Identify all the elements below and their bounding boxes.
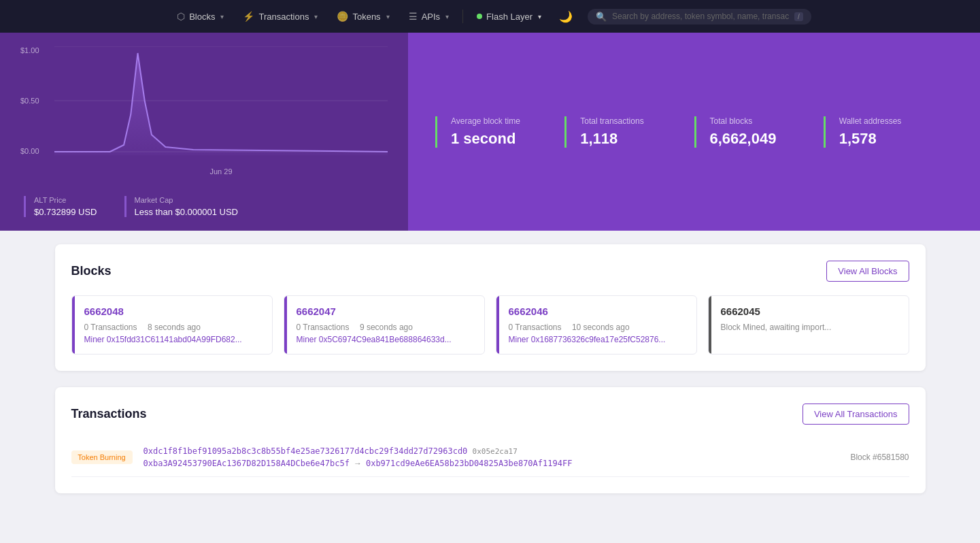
nav-items: ⬡ Blocks ▾ ⚡ Transactions ▾ 🪙 Tokens ▾ ☰… <box>169 6 811 27</box>
chart-y-label-2: $0.50 <box>20 97 39 105</box>
blocks-grid: 6662048 0 Transactions 8 seconds ago Min… <box>71 295 909 355</box>
search-bar[interactable]: 🔍 / <box>588 9 811 24</box>
tx-addr-row: 0xba3A92453790EAc1367D82D158A4DCbe6e47bc… <box>143 459 840 468</box>
nav-divider <box>462 10 463 23</box>
apis-icon: ☰ <box>409 11 418 22</box>
block-card-content: 6662048 0 Transactions 8 seconds ago Min… <box>72 296 272 354</box>
block-miner[interactable]: Miner 0x5C6974C9ea841Be688864633d... <box>297 335 475 344</box>
stats-row: Average block time 1 second Total transa… <box>435 116 953 148</box>
hero-chart: $1.00 $0.50 $0.00 <box>0 33 408 231</box>
block-status: Block Mined, awaiting import... <box>721 323 899 332</box>
blocks-title: Blocks <box>71 264 112 278</box>
block-card-accent <box>709 296 711 354</box>
blocks-section: Blocks View All Blocks 6662048 0 Transac… <box>55 244 926 371</box>
stat-item: Average block time 1 second <box>435 116 564 148</box>
tx-from-addr[interactable]: 0xba3A92453790EAc1367D82D158A4DCbe6e47bc… <box>143 459 350 468</box>
apis-chevron-icon: ▾ <box>445 13 449 20</box>
transactions-title: Transactions <box>71 407 147 421</box>
tx-hash[interactable]: 0xdc1f8f1bef91095a2b8c3c8b55bf4e25ae7326… <box>143 446 840 456</box>
nav-transactions-label: Transactions <box>258 12 309 22</box>
transaction-row: Token Burning 0xdc1f8f1bef91095a2b8c3c8b… <box>71 438 909 477</box>
stat-value: 1,118 <box>580 130 680 148</box>
tx-arrow: → <box>354 459 362 468</box>
chart-y-labels: $1.00 $0.50 $0.00 <box>20 46 39 155</box>
alt-price-label: ALT Price <box>34 196 97 204</box>
block-number: 6662045 <box>721 306 899 317</box>
search-input[interactable] <box>612 12 789 21</box>
market-cap: Market Cap Less than $0.000001 USD <box>124 196 239 217</box>
blocks-section-header: Blocks View All Blocks <box>71 261 909 282</box>
block-card-accent <box>284 296 287 354</box>
market-cap-value: Less than $0.000001 USD <box>135 207 239 217</box>
transactions-list: Token Burning 0xdc1f8f1bef91095a2b8c3c8b… <box>71 438 909 477</box>
block-meta: 0 Transactions 8 seconds ago <box>84 323 263 332</box>
transactions-chevron-icon: ▾ <box>314 13 318 20</box>
block-time-ago: 9 seconds ago <box>360 323 413 332</box>
block-time-ago: 8 seconds ago <box>148 323 201 332</box>
alt-price-value: $0.732899 USD <box>34 207 97 217</box>
alt-price: ALT Price $0.732899 USD <box>24 196 97 217</box>
block-card-accent <box>496 296 499 354</box>
theme-toggle-button[interactable]: 🌙 <box>552 6 579 27</box>
tx-block-ref[interactable]: Block #6581580 <box>850 452 909 462</box>
block-number: 6662046 <box>509 306 687 317</box>
transactions-section-header: Transactions View All Transactions <box>71 404 909 425</box>
search-shortcut: / <box>794 12 803 21</box>
flash-layer-chevron-icon: ▾ <box>538 13 541 20</box>
nav-transactions[interactable]: ⚡ Transactions ▾ <box>235 7 326 26</box>
tx-type-badge: Token Burning <box>71 450 133 464</box>
block-miner[interactable]: Miner 0x1687736326c9fea17e25fC52876... <box>509 335 687 344</box>
chart-svg-area <box>54 46 388 155</box>
price-row: ALT Price $0.732899 USD Market Cap Less … <box>20 196 388 217</box>
nav-blocks[interactable]: ⬡ Blocks ▾ <box>169 7 232 26</box>
stat-label: Wallet addresses <box>839 116 939 126</box>
chart-x-label: Jun 29 <box>54 167 388 176</box>
block-card[interactable]: 6662047 0 Transactions 9 seconds ago Min… <box>284 295 485 355</box>
tokens-chevron-icon: ▾ <box>386 13 390 20</box>
transactions-section: Transactions View All Transactions Token… <box>55 387 926 493</box>
blocks-icon: ⬡ <box>177 11 185 22</box>
nav-flash-layer-label: Flash Layer <box>486 12 533 22</box>
stat-value: 1,578 <box>839 130 939 148</box>
transactions-icon: ⚡ <box>243 11 254 22</box>
main-content: Blocks View All Blocks 6662048 0 Transac… <box>28 231 953 523</box>
block-card[interactable]: 6662046 0 Transactions 10 seconds ago Mi… <box>496 295 697 355</box>
stat-value: 6,662,049 <box>710 130 810 148</box>
view-all-blocks-button[interactable]: View All Blocks <box>826 261 909 282</box>
block-card-accent <box>72 296 75 354</box>
block-time-ago: 10 seconds ago <box>572 323 630 332</box>
tx-to-addr[interactable]: 0xb971cd9eAe6EA58b23bD04825A3be870Af1194… <box>366 459 572 468</box>
nav-tokens-label: Tokens <box>352 12 380 22</box>
nav-apis[interactable]: ☰ APIs ▾ <box>401 7 457 26</box>
block-card[interactable]: 6662048 0 Transactions 8 seconds ago Min… <box>71 295 273 355</box>
block-tx-count: 0 Transactions <box>297 323 350 332</box>
block-card-content: 6662046 0 Transactions 10 seconds ago Mi… <box>496 296 696 354</box>
chart-x-label-text: Jun 29 <box>209 167 232 176</box>
block-number: 6662048 <box>84 306 263 317</box>
block-number: 6662047 <box>297 306 475 317</box>
blocks-chevron-icon: ▾ <box>220 13 224 20</box>
stat-label: Total blocks <box>710 116 810 126</box>
stat-label: Total transactions <box>580 116 680 126</box>
block-miner[interactable]: Miner 0x15fdd31C61141abd04A99FD682... <box>84 335 263 344</box>
hero-stats: Average block time 1 second Total transa… <box>408 33 980 231</box>
block-card-content: 6662045 Block Mined, awaiting import... <box>709 296 909 342</box>
hero-section: $1.00 $0.50 $0.00 <box>0 33 980 231</box>
market-cap-label: Market Cap <box>135 196 239 204</box>
stat-value: 1 second <box>451 130 551 148</box>
search-icon: 🔍 <box>596 12 607 22</box>
stat-item: Total blocks 6,662,049 <box>694 116 824 148</box>
nav-apis-label: APIs <box>422 12 440 22</box>
nav-flash-layer[interactable]: Flash Layer ▾ <box>469 7 550 26</box>
tokens-icon: 🪙 <box>337 11 348 22</box>
block-meta: 0 Transactions 9 seconds ago <box>297 323 475 332</box>
chart-area: $1.00 $0.50 $0.00 <box>20 46 388 176</box>
chart-y-label-1: $1.00 <box>20 46 39 54</box>
block-card-content: 6662047 0 Transactions 9 seconds ago Min… <box>284 296 484 354</box>
block-meta: 0 Transactions 10 seconds ago <box>509 323 687 332</box>
navbar: ⬡ Blocks ▾ ⚡ Transactions ▾ 🪙 Tokens ▾ ☰… <box>0 0 980 33</box>
view-all-transactions-button[interactable]: View All Transactions <box>802 404 909 425</box>
block-card-pending[interactable]: 6662045 Block Mined, awaiting import... <box>708 295 909 355</box>
nav-tokens[interactable]: 🪙 Tokens ▾ <box>328 7 397 26</box>
stat-item: Wallet addresses 1,578 <box>824 116 953 148</box>
